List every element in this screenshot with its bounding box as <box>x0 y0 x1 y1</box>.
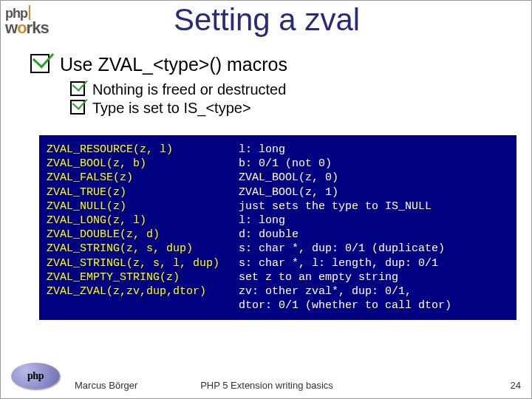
code-row: ZVAL_EMPTY_STRING(z)set z to an empty st… <box>47 270 509 284</box>
code-row: ZVAL_RESOURCE(z, l)l: long <box>47 143 509 157</box>
code-macro: ZVAL_NULL(z) <box>47 200 239 214</box>
code-macro: ZVAL_STRING(z, s, dup) <box>47 242 239 256</box>
code-row: ZVAL_STRINGL(z, s, l, dup)s: char *, l: … <box>47 256 509 270</box>
main-bullet: Use ZVAL_<type>() macros <box>30 54 516 75</box>
main-bullet-text: Use ZVAL_<type>() macros <box>60 54 287 75</box>
code-macro: ZVAL_ZVAL(z,zv,dup,dtor) <box>47 284 239 299</box>
code-table: ZVAL_RESOURCE(z, l)l: longZVAL_BOOL(z, b… <box>47 143 509 313</box>
code-desc: s: char *, l: length, dup: 0/1 <box>239 256 509 270</box>
code-macro: ZVAL_TRUE(z) <box>47 185 239 200</box>
checkmark-icon <box>70 81 85 96</box>
slide-title: Setting a zval <box>1 2 532 38</box>
code-row: ZVAL_STRING(z, s, dup)s: char *, dup: 0/… <box>47 242 509 256</box>
sub-bullet-text: Type is set to IS_<type> <box>92 100 251 117</box>
code-macro: ZVAL_FALSE(z) <box>47 171 239 185</box>
code-row: ZVAL_LONG(z, l)l: long <box>47 214 509 228</box>
code-desc: set z to an empty string <box>239 270 509 284</box>
code-desc: l: long <box>239 214 509 228</box>
content-area: Use ZVAL_<type>() macros Nothing is free… <box>30 54 516 118</box>
sub-bullet: Nothing is freed or destructed <box>70 81 516 98</box>
code-desc: b: 0/1 (not 0) <box>239 157 509 171</box>
code-desc: ZVAL_BOOL(z, 0) <box>239 171 509 185</box>
code-row: ZVAL_FALSE(z)ZVAL_BOOL(z, 0) <box>47 171 509 185</box>
code-macro: ZVAL_EMPTY_STRING(z) <box>47 270 239 284</box>
code-desc: s: char *, dup: 0/1 (duplicate) <box>239 242 509 256</box>
code-row: ZVAL_DOUBLE(z, d)d: double <box>47 228 509 242</box>
code-macro: ZVAL_LONG(z, l) <box>47 214 239 228</box>
code-desc: l: long <box>239 143 509 157</box>
slide: php works Setting a zval Use ZVAL_<type>… <box>0 0 532 399</box>
code-macro: ZVAL_DOUBLE(z, d) <box>47 228 239 242</box>
code-macro: ZVAL_BOOL(z, b) <box>47 157 239 171</box>
code-macro: ZVAL_STRINGL(z, s, l, dup) <box>47 256 239 270</box>
code-desc: zv: other zval*, dup: 0/1, <box>239 284 509 299</box>
code-tbody: ZVAL_RESOURCE(z, l)l: longZVAL_BOOL(z, b… <box>47 143 509 313</box>
code-row: dtor: 0/1 (whether to call dtor) <box>47 299 509 313</box>
sub-bullet: Type is set to IS_<type> <box>70 100 516 117</box>
code-block: ZVAL_RESOURCE(z, l)l: longZVAL_BOOL(z, b… <box>39 135 516 320</box>
code-macro <box>47 299 239 313</box>
code-desc: dtor: 0/1 (whether to call dtor) <box>239 299 509 313</box>
code-row: ZVAL_TRUE(z)ZVAL_BOOL(z, 1) <box>47 185 509 200</box>
code-row: ZVAL_BOOL(z, b)b: 0/1 (not 0) <box>47 157 509 171</box>
checkmark-icon <box>70 100 85 115</box>
code-macro: ZVAL_RESOURCE(z, l) <box>47 143 239 157</box>
code-desc: ZVAL_BOOL(z, 1) <box>239 185 509 200</box>
footer-title: PHP 5 Extension writing basics <box>1 380 532 391</box>
code-desc: d: double <box>239 228 509 242</box>
sub-bullet-list: Nothing is freed or destructed Type is s… <box>70 81 516 117</box>
code-row: ZVAL_ZVAL(z,zv,dup,dtor)zv: other zval*,… <box>47 284 509 299</box>
code-desc: just sets the type to IS_NULL <box>239 200 509 214</box>
code-row: ZVAL_NULL(z)just sets the type to IS_NUL… <box>47 200 509 214</box>
checkmark-icon <box>30 54 50 73</box>
footer-page-number: 24 <box>511 380 521 391</box>
sub-bullet-text: Nothing is freed or destructed <box>92 81 286 98</box>
